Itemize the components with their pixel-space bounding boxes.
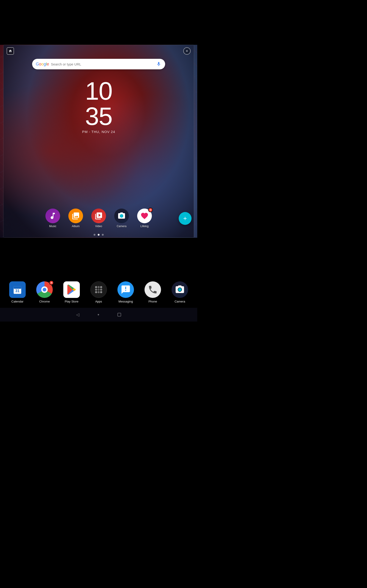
svg-point-9 <box>100 288 102 291</box>
google-logo: Google <box>36 62 49 67</box>
camera2-label: Camera <box>175 300 185 303</box>
back-button[interactable]: ◁ <box>76 312 79 317</box>
fab-plus-icon: + <box>183 215 187 222</box>
music-icon-bg <box>45 208 60 223</box>
svg-point-4 <box>95 286 97 288</box>
messaging-label: Messaging <box>119 300 133 303</box>
dock-camera[interactable]: Camera <box>169 281 190 303</box>
playstore-svg <box>67 285 77 295</box>
page-indicators <box>94 234 104 236</box>
apps-icon-bg <box>90 281 107 298</box>
video-svg <box>94 212 103 220</box>
svg-text:31: 31 <box>15 289 19 293</box>
dock-chrome[interactable]: ✕ Chrome <box>34 281 55 303</box>
home-icon <box>8 49 12 53</box>
svg-point-7 <box>95 288 97 291</box>
messaging-icon-bg <box>117 281 134 298</box>
video-icon-bg <box>91 208 106 223</box>
fab-add-button[interactable]: + <box>179 212 192 225</box>
app-album[interactable]: Album <box>67 208 85 228</box>
phone-label: Phone <box>148 300 157 303</box>
clock-container: 10 35 PM - THU, NOV 24 <box>82 78 115 134</box>
lifelog-svg <box>140 212 149 220</box>
phone-icon-bg <box>144 281 161 298</box>
search-input[interactable] <box>51 62 156 66</box>
apps-svg <box>94 285 104 295</box>
svg-point-12 <box>100 291 102 293</box>
apps-label: Apps <box>95 300 102 303</box>
page-indicator-2[interactable] <box>98 234 100 236</box>
chrome-badge: ✕ <box>49 280 54 285</box>
playstore-icon-bg <box>63 281 80 298</box>
svg-point-8 <box>98 288 100 291</box>
messaging-svg <box>121 285 131 295</box>
app-music[interactable]: Music <box>44 208 62 228</box>
dock-playstore[interactable]: Play Store <box>61 281 82 303</box>
svg-point-0 <box>120 214 123 218</box>
phone-svg <box>148 285 158 295</box>
bottom-area: 31 Calendar ✕ Chrome <box>0 238 197 321</box>
chrome-dot <box>43 288 46 292</box>
svg-point-10 <box>95 291 97 293</box>
svg-point-13 <box>178 288 182 292</box>
top-black-area <box>0 0 197 45</box>
home-button[interactable] <box>7 47 14 55</box>
clock-hour: 10 <box>82 78 115 104</box>
mic-icon[interactable] <box>156 61 161 67</box>
camera2-icon-bg <box>172 281 188 298</box>
camera-icon-bg <box>114 208 129 223</box>
lifelog-label: Lifelog <box>140 225 148 228</box>
clock-minute: 35 <box>82 104 115 129</box>
music-svg <box>49 212 57 220</box>
svg-rect-2 <box>14 286 21 289</box>
dock: 31 Calendar ✕ Chrome <box>0 281 197 303</box>
search-bar[interactable]: Google <box>32 59 165 69</box>
camera-svg <box>117 212 126 220</box>
dock-messaging[interactable]: Messaging <box>115 281 136 303</box>
lifelog-badge: ✕ <box>148 208 153 212</box>
recents-button[interactable] <box>117 313 121 317</box>
playstore-label: Play Store <box>65 300 78 303</box>
page-indicator-1[interactable] <box>94 234 95 236</box>
calendar-label: Calendar <box>11 300 24 303</box>
page-indicator-3[interactable] <box>102 234 104 236</box>
svg-point-11 <box>98 291 100 293</box>
album-label: Album <box>72 225 80 228</box>
chrome-label: Chrome <box>39 300 50 303</box>
video-label: Video <box>95 225 102 228</box>
microphone-svg <box>156 61 161 67</box>
svg-point-6 <box>100 286 102 288</box>
camera-label: Camera <box>117 225 127 228</box>
calendar-icon-bg: 31 <box>9 281 26 298</box>
dock-phone[interactable]: Phone <box>142 281 163 303</box>
home-nav-dot[interactable] <box>98 314 99 315</box>
bottom-navigation: ◁ <box>0 308 197 321</box>
app-video[interactable]: Video <box>90 208 108 228</box>
album-icon-bg <box>68 208 83 223</box>
dock-apps[interactable]: Apps <box>88 281 109 303</box>
album-svg <box>72 212 80 220</box>
chrome-icon-bg: ✕ <box>36 281 53 298</box>
clock-date: PM - THU, NOV 24 <box>82 130 115 134</box>
dock-calendar[interactable]: 31 Calendar <box>7 281 28 303</box>
close-button[interactable]: ✕ <box>183 47 191 55</box>
lifelog-icon-bg: ✕ <box>137 208 152 223</box>
screen-apps-row: Music Album Video <box>44 208 154 228</box>
calendar-svg: 31 <box>12 285 23 295</box>
app-camera[interactable]: Camera <box>112 208 131 228</box>
svg-point-5 <box>98 286 100 288</box>
screen-area: ✕ Google 10 35 PM - THU, NOV 24 <box>3 45 194 238</box>
music-label: Music <box>49 225 56 228</box>
app-lifelog[interactable]: ✕ Lifelog <box>135 208 154 228</box>
chrome-inner <box>41 286 48 293</box>
camera2-svg <box>175 285 185 295</box>
